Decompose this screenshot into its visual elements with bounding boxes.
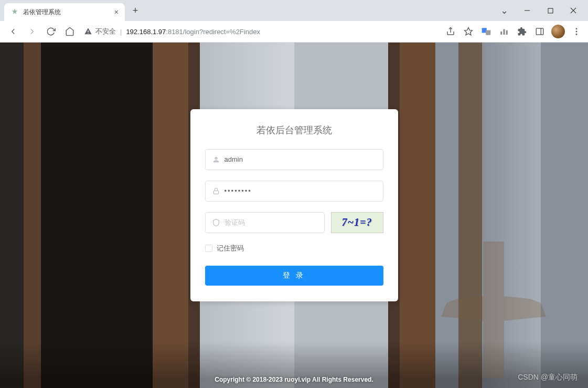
svg-point-16 — [576, 31, 578, 33]
remember-label[interactable]: 记住密码 — [217, 244, 244, 253]
footer-copyright: Copyright © 2018-2023 ruoyi.vip All Righ… — [0, 376, 588, 383]
close-window-button[interactable] — [563, 3, 584, 18]
login-button[interactable]: 登 录 — [205, 266, 383, 286]
svg-rect-4 — [88, 30, 88, 32]
password-input[interactable] — [224, 181, 377, 201]
shield-icon — [212, 218, 220, 227]
insecure-indicator[interactable]: 不安全 — [84, 27, 116, 36]
address-bar[interactable]: 不安全 | 192.168.1.97:8181/login?redirect=%… — [81, 24, 436, 39]
captcha-input[interactable] — [224, 213, 318, 233]
close-tab-icon[interactable]: × — [114, 8, 119, 16]
svg-point-18 — [215, 156, 217, 159]
password-group[interactable] — [205, 181, 383, 202]
extensions-icon[interactable] — [516, 25, 528, 38]
remember-row: 记住密码 — [205, 244, 383, 253]
warning-icon — [84, 27, 92, 36]
new-tab-button[interactable]: + — [128, 3, 143, 18]
svg-rect-1 — [548, 8, 553, 13]
svg-point-17 — [576, 34, 578, 35]
svg-rect-19 — [213, 191, 218, 194]
browser-chrome: 若依管理系统 × + ⌄ 不安全 | — [0, 0, 588, 43]
menu-icon[interactable] — [570, 25, 583, 38]
browser-toolbar: 不安全 | 192.168.1.97:8181/login?redirect=%… — [0, 21, 588, 42]
svg-point-15 — [576, 28, 578, 29]
remember-checkbox[interactable] — [205, 245, 212, 252]
sidepanel-icon[interactable] — [533, 25, 546, 38]
page-viewport: 若依后台管理系统 7~1=? 记住密码 — [0, 43, 588, 388]
tab-bar: 若依管理系统 × + ⌄ — [0, 0, 588, 21]
window-controls: ⌄ — [494, 0, 588, 21]
svg-rect-10 — [500, 32, 502, 35]
login-card: 若依后台管理系统 7~1=? 记住密码 — [190, 109, 398, 301]
maximize-button[interactable] — [540, 3, 561, 18]
favicon-icon — [10, 8, 19, 16]
tab-title: 若依管理系统 — [23, 8, 61, 17]
minimize-button[interactable] — [517, 3, 538, 18]
lock-icon — [212, 187, 220, 195]
username-group[interactable] — [205, 149, 383, 170]
svg-rect-12 — [506, 30, 508, 35]
svg-rect-13 — [536, 28, 543, 35]
svg-marker-7 — [465, 28, 473, 35]
svg-rect-9 — [486, 30, 490, 35]
watermark: CSDN @童心同萌 — [518, 373, 578, 382]
login-title: 若依后台管理系统 — [205, 124, 383, 137]
share-icon[interactable] — [444, 25, 457, 38]
reload-button[interactable] — [43, 24, 59, 39]
insecure-label: 不安全 — [95, 27, 116, 36]
profile-avatar[interactable] — [551, 25, 565, 38]
username-input[interactable] — [224, 150, 377, 170]
ext-stats-icon[interactable] — [498, 25, 510, 38]
captcha-image[interactable]: 7~1=? — [331, 212, 383, 233]
translate-icon[interactable] — [480, 25, 493, 38]
svg-rect-11 — [504, 29, 505, 35]
url-text: 192.168.1.97:8181/login?redirect=%2Finde… — [126, 28, 260, 36]
tab-search-icon[interactable]: ⌄ — [494, 3, 515, 18]
bookmark-star-icon[interactable] — [462, 25, 475, 38]
browser-tab[interactable]: 若依管理系统 × — [4, 3, 125, 21]
back-button[interactable] — [5, 24, 21, 39]
user-icon — [212, 155, 220, 164]
captcha-row: 7~1=? — [205, 212, 383, 233]
svg-rect-5 — [88, 33, 88, 34]
url-separator: | — [120, 28, 122, 36]
home-button[interactable] — [62, 24, 78, 39]
captcha-group[interactable] — [205, 212, 325, 233]
forward-button[interactable] — [24, 24, 40, 39]
toolbar-actions — [439, 25, 583, 38]
